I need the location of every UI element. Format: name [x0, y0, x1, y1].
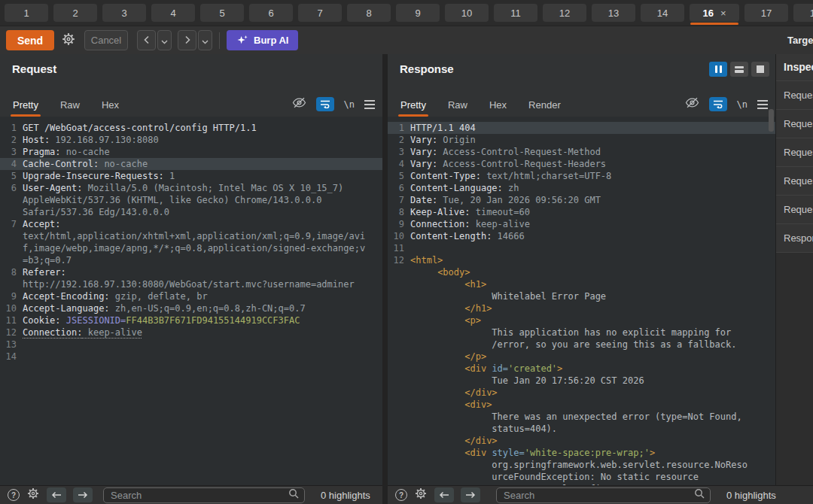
- back-button[interactable]: [137, 30, 156, 50]
- code-line[interactable]: status=404).: [388, 423, 775, 435]
- editor-menu-icon[interactable]: [364, 100, 375, 109]
- code-line[interactable]: http://192.168.97.130:8080/WebGoat/start…: [0, 278, 382, 290]
- code-line[interactable]: 1HTTP/1.1 404: [388, 122, 775, 134]
- repeater-tab[interactable]: 2: [53, 4, 97, 22]
- code-line[interactable]: There was an unexpected error (type=Not …: [388, 411, 775, 423]
- hide-nonprintable-icon[interactable]: [292, 97, 306, 111]
- code-line[interactable]: </div>: [388, 435, 775, 447]
- repeater-tab[interactable]: 18: [793, 4, 813, 22]
- cancel-button[interactable]: Cancel: [84, 30, 128, 50]
- search-settings-button[interactable]: [26, 487, 40, 503]
- forward-dropdown-button[interactable]: [198, 30, 212, 50]
- tab-render[interactable]: Render: [528, 99, 562, 117]
- code-line[interactable]: 12<html>: [388, 254, 775, 266]
- repeater-tab[interactable]: 12: [543, 4, 586, 22]
- code-line[interactable]: 13: [0, 339, 382, 351]
- code-line[interactable]: text/html,application/xhtml+xml,applicat…: [0, 230, 382, 242]
- code-line[interactable]: AppleWebKit/537.36 (KHTML, like Gecko) C…: [0, 194, 382, 206]
- tab-raw[interactable]: Raw: [447, 99, 468, 117]
- soft-wrap-toggle[interactable]: [316, 97, 334, 111]
- code-line[interactable]: 7Accept:: [0, 218, 382, 230]
- search-input[interactable]: [502, 489, 694, 502]
- repeater-tab[interactable]: 14: [641, 4, 684, 22]
- hide-nonprintable-icon[interactable]: [685, 97, 699, 111]
- code-line[interactable]: <h1>: [388, 278, 775, 290]
- code-line[interactable]: 11: [388, 242, 775, 254]
- code-line[interactable]: <body>: [388, 266, 775, 278]
- help-icon[interactable]: ?: [8, 489, 20, 501]
- code-line[interactable]: 4Vary: Access-Control-Request-Headers: [388, 158, 775, 170]
- code-line[interactable]: 1GET /WebGoat/access-control/config HTTP…: [0, 122, 382, 134]
- inspector-section[interactable]: Request: [776, 110, 813, 138]
- response-editor[interactable]: 1HTTP/1.1 4042Vary: Origin3Vary: Access-…: [388, 117, 775, 485]
- code-line[interactable]: 2Vary: Origin: [388, 134, 775, 146]
- tab-pretty[interactable]: Pretty: [400, 99, 427, 117]
- forward-button[interactable]: [178, 30, 196, 50]
- editor-menu-icon[interactable]: [757, 100, 768, 109]
- search-settings-button[interactable]: [414, 487, 428, 503]
- send-button[interactable]: Send: [6, 30, 54, 50]
- code-line[interactable]: 9Accept-Encoding: gzip, deflate, br: [0, 290, 382, 302]
- code-line[interactable]: 7Date: Tue, 20 Jan 2026 09:56:20 GMT: [388, 194, 775, 206]
- code-line[interactable]: <div style='white-space:pre-wrap;'>: [388, 447, 775, 459]
- code-line[interactable]: 6Content-Language: zh: [388, 182, 775, 194]
- inspector-section[interactable]: Request: [776, 81, 813, 110]
- code-line[interactable]: 10Accept-Language: zh,en-US;q=0.9,en;q=0…: [0, 302, 382, 314]
- tab-raw[interactable]: Raw: [59, 99, 81, 117]
- code-line[interactable]: </h1>: [388, 302, 775, 314]
- repeater-tab[interactable]: 6: [249, 4, 293, 22]
- code-line[interactable]: <p>: [388, 314, 775, 326]
- code-line[interactable]: 10Content-Length: 14666: [388, 230, 775, 242]
- repeater-tab[interactable]: 16×: [690, 4, 739, 22]
- help-icon[interactable]: ?: [395, 489, 407, 501]
- code-line[interactable]: </div>: [388, 387, 775, 399]
- repeater-tab[interactable]: 7: [298, 4, 342, 22]
- code-line[interactable]: 6User-Agent: Mozilla/5.0 (Macintosh; Int…: [0, 182, 382, 194]
- tab-hex[interactable]: Hex: [101, 99, 120, 117]
- code-line[interactable]: 2Host: 192.168.97.130:8080: [0, 134, 382, 146]
- burp-ai-button[interactable]: Burp AI: [227, 30, 298, 50]
- code-line[interactable]: /error, so you are seeing this as a fall…: [388, 339, 775, 351]
- code-line[interactable]: </p>: [388, 351, 775, 363]
- code-line[interactable]: Safari/537.36 Edg/143.0.0.0: [0, 206, 382, 218]
- repeater-tab[interactable]: 5: [200, 4, 244, 22]
- inspector-section[interactable]: Response: [776, 224, 813, 253]
- code-line[interactable]: Whitelabel Error Page: [388, 290, 775, 302]
- code-line[interactable]: 12Connection: keep-alive: [0, 326, 382, 339]
- code-line[interactable]: 8Keep-Alive: timeout=60: [388, 206, 775, 218]
- tab-hex[interactable]: Hex: [489, 99, 507, 117]
- repeater-tab[interactable]: 11: [494, 4, 537, 22]
- request-editor[interactable]: 1GET /WebGoat/access-control/config HTTP…: [0, 117, 382, 485]
- code-line[interactable]: 3Vary: Access-Control-Request-Method: [388, 146, 775, 158]
- code-line[interactable]: 3Pragma: no-cache: [0, 146, 382, 158]
- repeater-tab[interactable]: 10: [445, 4, 489, 22]
- show-newlines-toggle[interactable]: \n: [344, 99, 355, 110]
- tab-pretty[interactable]: Pretty: [12, 99, 39, 117]
- columns-layout-button[interactable]: [709, 62, 727, 77]
- search-input[interactable]: [109, 489, 288, 502]
- next-match-button[interactable]: [73, 487, 93, 502]
- inspector-section[interactable]: Request: [776, 138, 813, 167]
- code-line[interactable]: org.springframework.web.servlet.resource…: [388, 459, 775, 471]
- code-line[interactable]: =b3;q=0.7: [0, 254, 382, 266]
- repeater-tab[interactable]: 9: [396, 4, 440, 22]
- inspector-section[interactable]: Request: [776, 167, 813, 196]
- code-line[interactable]: 4Cache-Control: no-cache: [0, 158, 382, 170]
- prev-match-button[interactable]: [434, 487, 454, 502]
- code-line[interactable]: f,image/webp,image/apng,*/*;q=0.8,applic…: [0, 242, 382, 254]
- repeater-tab[interactable]: 1: [5, 4, 48, 22]
- code-line[interactable]: 14: [0, 351, 382, 363]
- code-line[interactable]: <div>: [388, 399, 775, 411]
- code-line[interactable]: 11Cookie: JSESSIONID=FF44B3B7F671FD94155…: [0, 314, 382, 326]
- code-line[interactable]: This application has no explicit mapping…: [388, 326, 775, 339]
- repeater-tab[interactable]: 4: [151, 4, 195, 22]
- code-line[interactable]: 5Content-Type: text/html;charset=UTF-8: [388, 170, 775, 182]
- code-line[interactable]: 9Connection: keep-alive: [388, 218, 775, 230]
- inspector-section[interactable]: Request: [776, 196, 813, 224]
- code-line[interactable]: urceFoundException: No static resource: [388, 471, 775, 483]
- back-dropdown-button[interactable]: [157, 30, 172, 50]
- code-line[interactable]: 8Referer:: [0, 266, 382, 278]
- close-icon[interactable]: ×: [720, 8, 726, 19]
- send-settings-button[interactable]: [59, 30, 78, 50]
- repeater-tab[interactable]: 13: [592, 4, 635, 22]
